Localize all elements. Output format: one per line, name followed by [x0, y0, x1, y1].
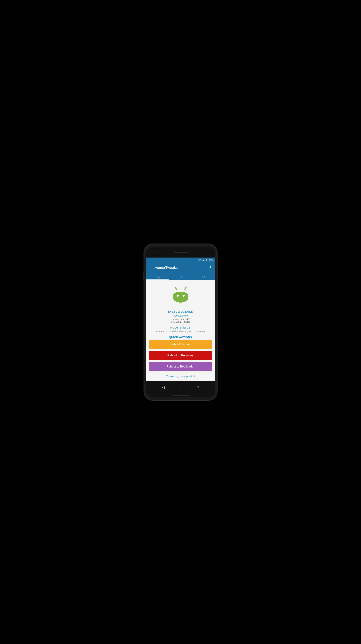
nav-home-button[interactable]: ○ [178, 385, 183, 390]
nav-back-button[interactable]: ◁ [161, 385, 166, 390]
system-details-title: SYSTEM DETAILS [168, 310, 193, 313]
phone-frame: ⬆ LTE ▲ 🔋 4:05 ← VomerTweaks ⋮ HUB [144, 244, 217, 400]
nav-recent-button[interactable]: □ [195, 385, 200, 390]
tab-bar: HUB FK EX [146, 273, 215, 280]
lte-icon: LTE [199, 259, 201, 261]
status-bar: ⬆ LTE ▲ 🔋 4:05 [146, 258, 215, 262]
svg-line-1 [184, 287, 186, 290]
camera [157, 252, 158, 253]
tab-fk[interactable]: FK [169, 273, 192, 280]
back-button[interactable]: ← [149, 265, 153, 270]
volume-down-button[interactable] [217, 277, 218, 284]
svg-point-3 [177, 294, 179, 297]
nav-bar: ◁ ○ □ [146, 381, 215, 394]
app-bar: ← VomerTweaks ⋮ [146, 262, 215, 273]
status-time: 4:05 [208, 258, 213, 261]
battery-icon: 🔋 [205, 259, 208, 261]
top-bezel [146, 247, 215, 258]
tab-ex[interactable]: EX [192, 273, 215, 280]
reboot-system-button[interactable]: Reboot System [149, 340, 212, 349]
bottom-bar [146, 394, 215, 397]
svg-point-4 [183, 294, 185, 297]
reboot-bootloader-button[interactable]: Reboot to Bootloader [149, 362, 212, 371]
fingerprint-bar [172, 395, 189, 396]
svg-line-0 [175, 287, 177, 290]
main-content: SYSTEM DETAILS About Device Huawei Nexus… [146, 280, 215, 381]
power-button[interactable] [143, 272, 144, 280]
android-logo [171, 285, 190, 307]
app-title: VomerTweaks [155, 266, 207, 270]
speaker [174, 252, 188, 253]
screen-content: ⬆ LTE ▲ 🔋 4:05 ← VomerTweaks ⋮ HUB [146, 258, 215, 381]
signal-icon: ▲ [202, 259, 204, 261]
more-options-button[interactable]: ⋮ [209, 265, 212, 270]
quick-actions-title: QUICK ACTIONS [169, 336, 192, 338]
support-text: Thanks for your support! :) [166, 375, 195, 378]
device-name: Huawei Nexus 6P [171, 318, 190, 320]
kernel-version: 3.10.73-g9741316 [171, 320, 191, 323]
volume-up-button[interactable] [217, 268, 218, 275]
about-device-link[interactable]: About Device [173, 314, 188, 317]
tab-hub[interactable]: HUB [146, 273, 169, 280]
bluetooth-icon: ⬆ [196, 259, 198, 261]
root-status-text: You are not rooted! - Please grant root … [156, 330, 205, 333]
reboot-recovery-button[interactable]: Reboot to Recovery [149, 351, 212, 360]
status-icons: ⬆ LTE ▲ 🔋 4:05 [196, 258, 213, 261]
root-status-title: ROOT STATUS [170, 326, 191, 329]
phone-screen: ⬆ LTE ▲ 🔋 4:05 ← VomerTweaks ⋮ HUB [146, 247, 215, 397]
